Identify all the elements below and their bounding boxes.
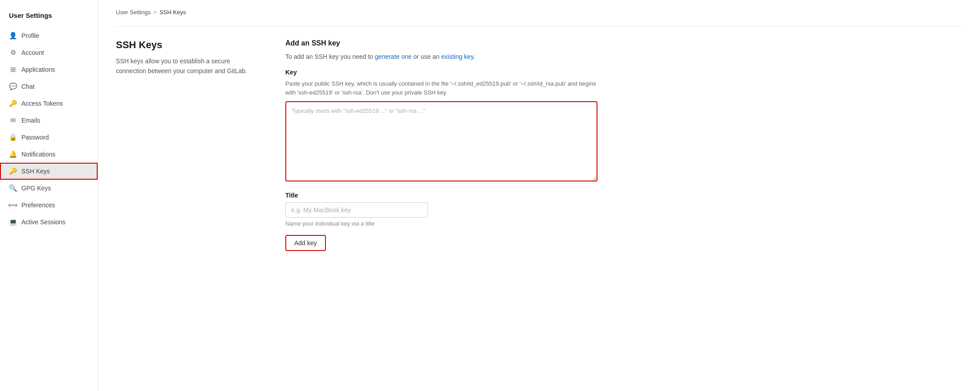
sidebar-item-label: Active Sessions: [21, 218, 66, 226]
right-panel: Add an SSH key To add an SSH key you nee…: [285, 39, 597, 251]
sidebar-item-applications[interactable]: ⊞ Applications: [0, 61, 98, 78]
sidebar-item-label: Access Tokens: [21, 100, 63, 107]
sidebar-item-label: GPG Keys: [21, 185, 51, 192]
content-layout: SSH Keys SSH keys allow you to establish…: [116, 39, 962, 251]
profile-icon: 👤: [9, 32, 17, 40]
sidebar-item-label: Account: [21, 49, 44, 56]
key-textarea[interactable]: [285, 101, 597, 181]
account-icon: ⚙: [9, 49, 17, 57]
sidebar-item-label: Applications: [21, 66, 55, 73]
title-input[interactable]: [285, 202, 428, 218]
password-icon: 🔒: [9, 133, 17, 141]
sidebar-item-gpg-keys[interactable]: 🔍 GPG Keys: [0, 180, 98, 197]
sidebar: User Settings 👤 Profile ⚙ Account ⊞ Appl…: [0, 0, 98, 391]
active-sessions-icon: 💻: [9, 218, 17, 226]
preferences-icon: ⟺: [9, 201, 17, 209]
existing-key-link[interactable]: existing key: [441, 53, 474, 60]
page-title: SSH Keys: [116, 39, 259, 51]
sidebar-item-label: Emails: [21, 117, 40, 124]
sidebar-item-label: Preferences: [21, 202, 55, 209]
sidebar-item-label: Password: [21, 134, 49, 141]
sidebar-item-notifications[interactable]: 🔔 Notifications: [0, 146, 98, 163]
emails-icon: ✉: [9, 116, 17, 124]
sidebar-item-account[interactable]: ⚙ Account: [0, 44, 98, 61]
page-divider: [116, 26, 962, 27]
sidebar-item-emails[interactable]: ✉ Emails: [0, 112, 98, 129]
left-panel: SSH Keys SSH keys allow you to establish…: [116, 39, 259, 251]
key-hint: Paste your public SSH key, which is usua…: [285, 79, 597, 97]
help-text-after: .: [474, 53, 475, 60]
title-hint: Name your individual key via a title: [285, 220, 597, 227]
title-section: Title Name your individual key via a tit…: [285, 192, 597, 227]
sidebar-item-ssh-keys[interactable]: 🔑 SSH Keys: [0, 163, 98, 180]
breadcrumb-separator: >: [153, 9, 157, 16]
main-content: User Settings > SSH Keys SSH Keys SSH ke…: [98, 0, 980, 391]
chat-icon: 💬: [9, 82, 17, 91]
generate-one-link[interactable]: generate one: [375, 53, 412, 60]
sidebar-item-active-sessions[interactable]: 💻 Active Sessions: [0, 214, 98, 230]
page-description: SSH keys allow you to establish a secure…: [116, 56, 259, 76]
sidebar-item-label: Notifications: [21, 151, 55, 158]
sidebar-item-profile[interactable]: 👤 Profile: [0, 27, 98, 44]
sidebar-item-label: SSH Keys: [21, 168, 50, 175]
breadcrumb-parent[interactable]: User Settings: [116, 9, 151, 16]
access-tokens-icon: 🔑: [9, 99, 17, 107]
sidebar-item-access-tokens[interactable]: 🔑 Access Tokens: [0, 95, 98, 112]
gpg-keys-icon: 🔍: [9, 184, 17, 192]
notifications-icon: 🔔: [9, 150, 17, 158]
sidebar-item-chat[interactable]: 💬 Chat: [0, 78, 98, 95]
sidebar-item-password[interactable]: 🔒 Password: [0, 129, 98, 146]
key-label: Key: [285, 69, 597, 76]
sidebar-item-label: Profile: [21, 32, 39, 39]
add-key-button[interactable]: Add key: [285, 235, 326, 251]
breadcrumb-current: SSH Keys: [160, 9, 186, 16]
sidebar-item-label: Chat: [21, 83, 35, 90]
sidebar-title: User Settings: [0, 7, 98, 27]
title-label: Title: [285, 192, 597, 199]
help-text-before: To add an SSH key you need to: [285, 53, 375, 60]
add-ssh-key-title: Add an SSH key: [285, 39, 597, 47]
help-text: To add an SSH key you need to generate o…: [285, 52, 597, 62]
sidebar-item-preferences[interactable]: ⟺ Preferences: [0, 197, 98, 214]
help-text-middle: or use an: [412, 53, 441, 60]
breadcrumb: User Settings > SSH Keys: [116, 9, 962, 16]
applications-icon: ⊞: [9, 66, 17, 74]
ssh-keys-icon: 🔑: [9, 167, 17, 175]
